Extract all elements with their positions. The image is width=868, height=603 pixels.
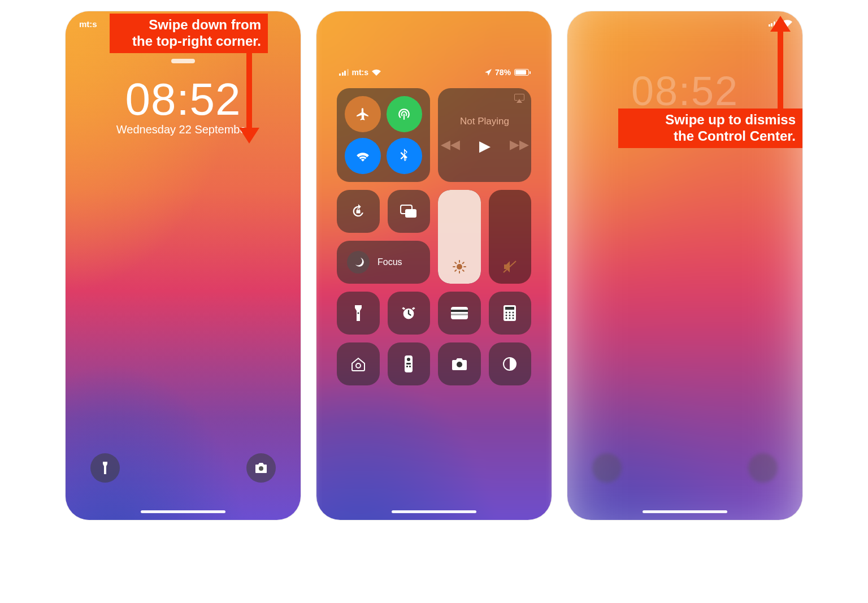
svg-point-25 [509,315,511,316]
camera-shortcut[interactable] [438,342,481,385]
forward-button[interactable]: ▶▶ [510,137,529,155]
arrow-up-icon [778,29,783,109]
signal-icon [339,69,349,76]
carrier-label: mt:s [79,19,97,29]
svg-point-32 [407,358,410,361]
camera-icon [451,357,468,371]
antenna-icon [397,107,411,122]
control-center-grid: Not Playing ◀◀ ▶ ▶▶ [337,88,531,385]
svg-point-1 [259,466,263,471]
home-icon [350,357,366,371]
timer-shortcut[interactable] [388,292,431,335]
panel-dismiss: 08:52 Swipe up to dismiss the Control Ce… [567,11,802,520]
flashlight-shortcut[interactable] [337,292,380,335]
alarm-icon [401,305,416,321]
remote-icon [405,355,413,372]
home-indicator[interactable] [392,510,476,513]
bluetooth-toggle[interactable] [387,138,423,174]
svg-point-24 [506,315,507,316]
sun-icon [453,260,466,274]
cellular-data-toggle[interactable] [387,96,423,132]
svg-line-9 [455,262,456,263]
orientation-lock-icon [350,203,366,219]
wifi-icon [355,150,370,162]
svg-rect-16 [451,307,468,319]
instruction-callout: Swipe down from the top-right corner. [110,14,268,53]
screen-mirroring-button[interactable] [388,190,431,233]
cc-status-bar: mt:s 78% [316,68,552,77]
svg-point-21 [506,312,507,314]
svg-point-23 [513,312,514,314]
airplane-mode-toggle[interactable] [345,96,381,132]
svg-rect-3 [405,209,416,218]
svg-line-12 [462,262,463,263]
panel-control-center: mt:s 78% [316,11,552,520]
brightness-slider[interactable] [438,190,481,284]
bluetooth-icon [400,149,409,163]
svg-point-29 [513,318,514,319]
airplay-icon[interactable] [514,94,524,103]
blurred-time: 08:52 [567,68,802,114]
flashlight-icon [353,305,363,321]
dark-mode-shortcut[interactable] [489,342,532,385]
svg-point-36 [457,362,462,367]
focus-label: Focus [377,257,402,267]
carrier-label: mt:s [352,68,369,77]
home-indicator[interactable] [141,510,225,513]
calculator-icon [504,305,516,321]
rewind-button[interactable]: ◀◀ [441,137,460,155]
orientation-lock-toggle[interactable] [337,190,380,233]
svg-rect-33 [406,363,411,365]
panel-lockscreen: mt:s 08:52 Wednesday 22 September Swipe … [66,11,301,520]
flashlight-button-blurred [592,453,622,483]
volume-mute-icon [502,260,517,274]
svg-point-30 [356,363,361,368]
svg-point-26 [513,315,514,316]
play-button[interactable]: ▶ [479,137,491,155]
svg-point-14 [357,313,359,314]
media-controls: ◀◀ ▶ ▶▶ [441,137,529,155]
svg-rect-35 [409,366,411,367]
svg-rect-34 [406,366,408,367]
lock-time: 08:52 [66,73,301,125]
media-track-label: Not Playing [460,116,509,127]
camera-button-blurred [748,453,778,483]
airplane-icon [355,107,370,122]
camera-button[interactable] [246,453,276,483]
calculator-shortcut[interactable] [489,292,532,335]
svg-point-27 [506,318,507,319]
wallet-icon [451,307,468,319]
battery-icon [514,69,529,76]
svg-point-28 [509,318,511,319]
svg-line-10 [462,270,463,271]
location-icon [485,69,492,76]
svg-rect-17 [451,310,468,312]
arrow-up-head-icon [770,16,791,32]
battery-percent: 78% [495,68,511,77]
remote-shortcut[interactable] [388,342,431,385]
connectivity-card [337,88,430,182]
arrow-down-head-icon [239,128,259,144]
volume-slider[interactable] [489,190,532,284]
home-indicator[interactable] [643,510,727,513]
flashlight-icon [99,462,111,474]
svg-rect-20 [505,307,514,310]
home-shortcut[interactable] [337,342,380,385]
lock-date: Wednesday 22 September [66,123,301,136]
dark-mode-icon [502,357,517,371]
focus-button[interactable]: Focus [337,241,430,284]
lock-handle[interactable] [171,59,195,63]
svg-rect-18 [451,314,468,315]
camera-icon [254,462,268,474]
wifi-toggle[interactable] [345,138,381,174]
screen-mirroring-icon [400,205,417,218]
svg-rect-0 [105,467,106,469]
media-card[interactable]: Not Playing ◀◀ ▶ ▶▶ [438,88,531,182]
wallet-shortcut[interactable] [438,292,481,335]
flashlight-button[interactable] [90,453,120,483]
svg-point-4 [457,264,462,270]
instruction-callout: Swipe up to dismiss the Control Center. [618,109,802,148]
svg-line-11 [455,270,456,271]
wifi-icon [372,69,381,76]
lock-clock: 08:52 Wednesday 22 September [66,73,301,136]
